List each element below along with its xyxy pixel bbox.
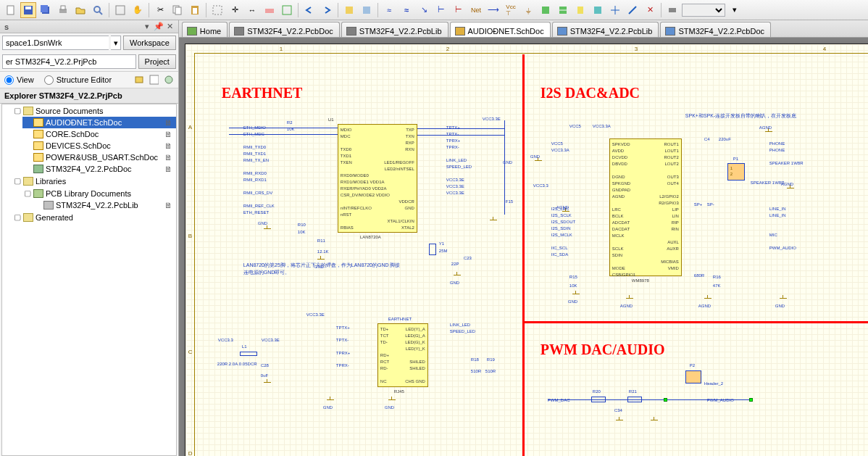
net-label: IIC_SCL: [551, 246, 568, 250]
document-tabs: HomeSTM32F4_V2.2.PcbDocSTM32F4_V2.2.PcbL…: [179, 20, 868, 38]
tool-place-icon[interactable]: [590, 2, 606, 18]
tool-new-icon[interactable]: [3, 2, 19, 18]
chip-lan8720[interactable]: U1 MDIOMDCTXD0TXD1TXENRXD0/MODE0RXD1/MOD…: [338, 124, 417, 233]
panel-pin-icon[interactable]: 📌: [154, 22, 164, 32]
workspace-button[interactable]: Workspace: [123, 36, 176, 50]
panel-btn1-icon[interactable]: [133, 74, 145, 86]
tool-sheetent-icon[interactable]: [555, 2, 571, 18]
chip-rj45[interactable]: TD+TCTTD-RD+RCTRD-NCLED(Y)_ALED(G)_ALED(…: [377, 323, 428, 387]
project-button[interactable]: Project: [138, 54, 176, 69]
tool-clear-icon[interactable]: [262, 2, 277, 18]
panel-btn2-icon[interactable]: [148, 74, 159, 86]
tree-item[interactable]: STM32F4_V2.2.PcbDoc🗎: [22, 163, 176, 175]
tool-preview-icon[interactable]: [90, 2, 106, 18]
svg-line-8: [99, 12, 102, 14]
document-tab[interactable]: Home: [182, 22, 228, 37]
net-label: RMII_TXD0: [243, 145, 266, 149]
tool-gnd-icon[interactable]: ⏚: [520, 2, 536, 18]
refdes: Y1: [439, 241, 444, 246]
svg-rect-18: [363, 7, 370, 14]
tree-source-docs[interactable]: ▢Source Documents: [12, 104, 176, 117]
selection-handle[interactable]: [664, 398, 667, 402]
workspace-input[interactable]: [2, 36, 109, 50]
tool-wire-icon[interactable]: ≈: [381, 2, 397, 18]
net-label: RMII_REF_CLK: [243, 204, 275, 208]
tool-junction-icon[interactable]: ⊢: [451, 2, 467, 18]
refdes: C23: [464, 256, 472, 260]
tool-device-icon[interactable]: [572, 2, 588, 18]
tool-save-icon[interactable]: [20, 2, 36, 18]
tool-netlabel-icon[interactable]: ⊢: [433, 2, 449, 18]
tool-undo-icon[interactable]: [301, 2, 317, 18]
panel-close-icon[interactable]: ✕: [165, 22, 175, 32]
net-label: VCC3.3E: [262, 338, 280, 342]
schematic-viewport[interactable]: 1 2 3 4 A B C D EARTHNET I2S DAC&ADC PWM…: [179, 38, 868, 456]
gnd-icon: [388, 399, 396, 405]
section-title-i2s: I2S DAC&ADC: [541, 85, 640, 101]
net-label: ETH_MDIO: [243, 125, 266, 130]
chip-wm8978[interactable]: SPKVDDAVDDDCVDDDBVDDDGNDSPKGNDGNDPADAGND…: [609, 138, 682, 276]
tool-copy-icon[interactable]: [170, 2, 185, 18]
tool-settings-icon[interactable]: [359, 2, 375, 18]
tool-saveall-icon[interactable]: [38, 2, 54, 18]
document-tab[interactable]: STM32F4_V2.2.PcbDoc: [660, 22, 771, 37]
tool-select-icon[interactable]: [279, 2, 295, 18]
tool-cut-icon[interactable]: ✂: [152, 2, 168, 18]
editor-area: HomeSTM32F4_V2.2.PcbDocSTM32F4_V2.2.PcbL…: [179, 20, 868, 456]
tool-redo-icon[interactable]: [319, 2, 335, 18]
tree-item[interactable]: DEVICES.SchDoc🗎: [22, 140, 176, 152]
document-tab[interactable]: STM32F4_V2.2.PcbDoc: [229, 22, 340, 37]
net-label: VCC5: [569, 124, 581, 128]
document-tab[interactable]: AUDIOÐNET.SchDoc: [450, 22, 551, 37]
net-label: VCC3.3E: [446, 178, 464, 182]
net-label: PHONE: [769, 141, 785, 146]
tool-noerc-icon[interactable]: ✕: [642, 2, 658, 18]
note-text: SPK+和SPK-连接开发板自带的喇叭，在开发板底: [685, 112, 796, 120]
tool-combo[interactable]: [682, 4, 725, 17]
net-label: EARTHNET: [388, 317, 412, 321]
net-label: TPTX+: [336, 326, 350, 330]
tree-lib-item[interactable]: STM32F4_V2.2.PcbLib🗎: [33, 199, 176, 211]
tree-item[interactable]: AUDIOÐNET.SchDoc🗎: [22, 117, 176, 128]
tool-rectsel-icon[interactable]: [209, 2, 225, 18]
net-label: TPTX+: [446, 125, 460, 130]
document-tab[interactable]: STM32F4_V2.2.PcbLib: [341, 22, 448, 37]
tool-find-icon[interactable]: [341, 2, 357, 18]
project-input[interactable]: [2, 54, 136, 69]
project-tree[interactable]: ▢Source Documents AUDIOÐNET.SchDoc🗎CORE.…: [1, 104, 177, 456]
tool-zoomfit-icon[interactable]: [112, 2, 128, 18]
net-label: PWM_DAC: [548, 398, 570, 402]
tool-array-icon[interactable]: [607, 2, 623, 18]
panel-menu-icon[interactable]: ▾: [142, 22, 152, 32]
tool-print-icon[interactable]: [55, 2, 71, 18]
panel-btn3-icon[interactable]: [162, 74, 174, 86]
view-radio[interactable]: [4, 75, 14, 85]
svg-rect-17: [346, 7, 353, 14]
tool-paste-icon[interactable]: [187, 2, 203, 18]
tool-bus-icon[interactable]: ≈: [398, 2, 414, 18]
tool-port-icon[interactable]: ⟶: [485, 2, 501, 18]
tool-hand-icon[interactable]: ✋: [130, 2, 146, 18]
structure-radio[interactable]: [44, 75, 54, 85]
tree-pcb-lib-docs[interactable]: ▢PCB Library Documents: [22, 187, 176, 199]
net-label: LINE_IN: [769, 207, 786, 211]
tree-item[interactable]: CORE.SchDoc🗎: [22, 128, 176, 140]
value: 25M: [439, 249, 448, 253]
tree-generated[interactable]: ▢Generated: [12, 211, 176, 223]
tool-open-icon[interactable]: [72, 2, 88, 18]
tool-sheet-icon[interactable]: [538, 2, 554, 18]
net-label: I2S_SDOUT: [551, 220, 575, 224]
selection-handle[interactable]: [749, 398, 753, 402]
svg-rect-2: [25, 7, 31, 9]
tool-net-icon[interactable]: Net: [468, 2, 484, 18]
tool-move-icon[interactable]: ↔: [244, 2, 260, 18]
tool-vcc-icon[interactable]: Vcc⊤: [503, 2, 519, 18]
tool-probe-icon[interactable]: [625, 2, 640, 18]
tool-drop-icon[interactable]: ▾: [727, 2, 743, 18]
tool-layer-icon[interactable]: [664, 2, 680, 18]
tool-busent-icon[interactable]: ↘: [416, 2, 432, 18]
tree-libraries[interactable]: ▢Libraries: [12, 175, 176, 187]
document-tab[interactable]: STM32F4_V2.2.PcbLib: [552, 22, 659, 37]
tool-crosssel-icon[interactable]: ✛: [227, 2, 243, 18]
tree-item[interactable]: POWER&USB_USART.SchDoc🗎: [22, 152, 176, 163]
